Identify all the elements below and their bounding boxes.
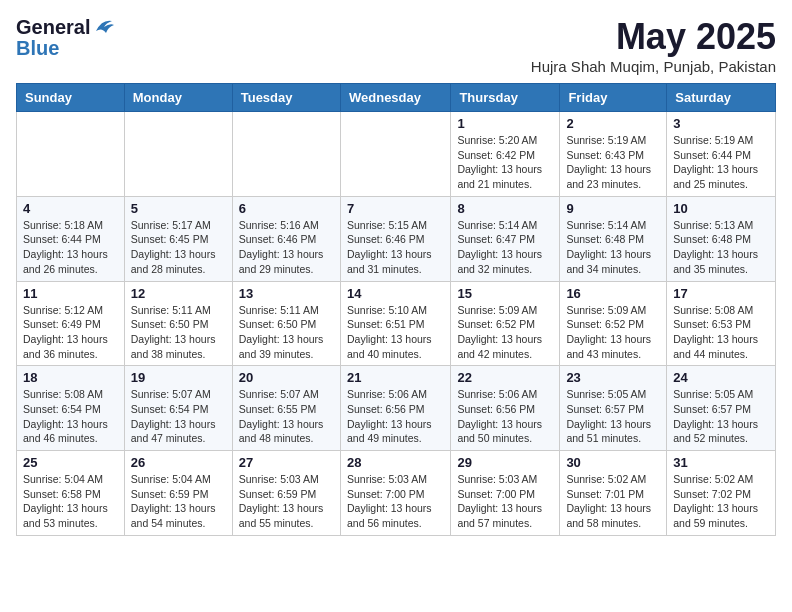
calendar-week-row: 11Sunrise: 5:12 AM Sunset: 6:49 PM Dayli… xyxy=(17,281,776,366)
cell-date-number: 18 xyxy=(23,370,118,385)
cell-date-number: 22 xyxy=(457,370,553,385)
calendar-cell: 14Sunrise: 5:10 AM Sunset: 6:51 PM Dayli… xyxy=(340,281,450,366)
cell-daylight-info: Sunrise: 5:15 AM Sunset: 6:46 PM Dayligh… xyxy=(347,218,444,277)
calendar-cell: 16Sunrise: 5:09 AM Sunset: 6:52 PM Dayli… xyxy=(560,281,667,366)
cell-date-number: 5 xyxy=(131,201,226,216)
cell-daylight-info: Sunrise: 5:16 AM Sunset: 6:46 PM Dayligh… xyxy=(239,218,334,277)
cell-date-number: 28 xyxy=(347,455,444,470)
calendar-cell: 18Sunrise: 5:08 AM Sunset: 6:54 PM Dayli… xyxy=(17,366,125,451)
weekday-header: Tuesday xyxy=(232,84,340,112)
cell-daylight-info: Sunrise: 5:07 AM Sunset: 6:55 PM Dayligh… xyxy=(239,387,334,446)
cell-date-number: 8 xyxy=(457,201,553,216)
cell-daylight-info: Sunrise: 5:05 AM Sunset: 6:57 PM Dayligh… xyxy=(673,387,769,446)
cell-daylight-info: Sunrise: 5:04 AM Sunset: 6:58 PM Dayligh… xyxy=(23,472,118,531)
cell-daylight-info: Sunrise: 5:11 AM Sunset: 6:50 PM Dayligh… xyxy=(239,303,334,362)
cell-date-number: 14 xyxy=(347,286,444,301)
cell-daylight-info: Sunrise: 5:12 AM Sunset: 6:49 PM Dayligh… xyxy=(23,303,118,362)
cell-date-number: 12 xyxy=(131,286,226,301)
calendar-cell: 20Sunrise: 5:07 AM Sunset: 6:55 PM Dayli… xyxy=(232,366,340,451)
cell-date-number: 16 xyxy=(566,286,660,301)
calendar-table: SundayMondayTuesdayWednesdayThursdayFrid… xyxy=(16,83,776,536)
cell-date-number: 27 xyxy=(239,455,334,470)
weekday-header: Friday xyxy=(560,84,667,112)
cell-daylight-info: Sunrise: 5:04 AM Sunset: 6:59 PM Dayligh… xyxy=(131,472,226,531)
cell-daylight-info: Sunrise: 5:05 AM Sunset: 6:57 PM Dayligh… xyxy=(566,387,660,446)
calendar-cell: 15Sunrise: 5:09 AM Sunset: 6:52 PM Dayli… xyxy=(451,281,560,366)
cell-date-number: 7 xyxy=(347,201,444,216)
logo-bird-icon xyxy=(92,17,114,35)
cell-date-number: 25 xyxy=(23,455,118,470)
cell-date-number: 26 xyxy=(131,455,226,470)
cell-date-number: 29 xyxy=(457,455,553,470)
page-header: General Blue May 2025 Hujra Shah Muqim, … xyxy=(16,16,776,75)
cell-daylight-info: Sunrise: 5:10 AM Sunset: 6:51 PM Dayligh… xyxy=(347,303,444,362)
calendar-cell: 25Sunrise: 5:04 AM Sunset: 6:58 PM Dayli… xyxy=(17,451,125,536)
calendar-header-row: SundayMondayTuesdayWednesdayThursdayFrid… xyxy=(17,84,776,112)
calendar-cell xyxy=(124,112,232,197)
calendar-cell: 29Sunrise: 5:03 AM Sunset: 7:00 PM Dayli… xyxy=(451,451,560,536)
cell-daylight-info: Sunrise: 5:18 AM Sunset: 6:44 PM Dayligh… xyxy=(23,218,118,277)
cell-daylight-info: Sunrise: 5:19 AM Sunset: 6:44 PM Dayligh… xyxy=(673,133,769,192)
cell-date-number: 24 xyxy=(673,370,769,385)
calendar-cell: 2Sunrise: 5:19 AM Sunset: 6:43 PM Daylig… xyxy=(560,112,667,197)
calendar-week-row: 25Sunrise: 5:04 AM Sunset: 6:58 PM Dayli… xyxy=(17,451,776,536)
cell-daylight-info: Sunrise: 5:08 AM Sunset: 6:53 PM Dayligh… xyxy=(673,303,769,362)
calendar-cell: 23Sunrise: 5:05 AM Sunset: 6:57 PM Dayli… xyxy=(560,366,667,451)
cell-date-number: 19 xyxy=(131,370,226,385)
cell-date-number: 6 xyxy=(239,201,334,216)
logo: General Blue xyxy=(16,16,114,60)
calendar-cell: 24Sunrise: 5:05 AM Sunset: 6:57 PM Dayli… xyxy=(667,366,776,451)
calendar-cell: 28Sunrise: 5:03 AM Sunset: 7:00 PM Dayli… xyxy=(340,451,450,536)
cell-daylight-info: Sunrise: 5:19 AM Sunset: 6:43 PM Dayligh… xyxy=(566,133,660,192)
calendar-cell: 4Sunrise: 5:18 AM Sunset: 6:44 PM Daylig… xyxy=(17,196,125,281)
cell-date-number: 20 xyxy=(239,370,334,385)
cell-daylight-info: Sunrise: 5:17 AM Sunset: 6:45 PM Dayligh… xyxy=(131,218,226,277)
calendar-cell: 6Sunrise: 5:16 AM Sunset: 6:46 PM Daylig… xyxy=(232,196,340,281)
cell-date-number: 10 xyxy=(673,201,769,216)
calendar-cell: 3Sunrise: 5:19 AM Sunset: 6:44 PM Daylig… xyxy=(667,112,776,197)
location-subtitle: Hujra Shah Muqim, Punjab, Pakistan xyxy=(531,58,776,75)
calendar-cell: 21Sunrise: 5:06 AM Sunset: 6:56 PM Dayli… xyxy=(340,366,450,451)
calendar-week-row: 4Sunrise: 5:18 AM Sunset: 6:44 PM Daylig… xyxy=(17,196,776,281)
cell-daylight-info: Sunrise: 5:07 AM Sunset: 6:54 PM Dayligh… xyxy=(131,387,226,446)
cell-daylight-info: Sunrise: 5:13 AM Sunset: 6:48 PM Dayligh… xyxy=(673,218,769,277)
cell-daylight-info: Sunrise: 5:03 AM Sunset: 7:00 PM Dayligh… xyxy=(347,472,444,531)
calendar-cell xyxy=(340,112,450,197)
cell-date-number: 17 xyxy=(673,286,769,301)
calendar-cell: 7Sunrise: 5:15 AM Sunset: 6:46 PM Daylig… xyxy=(340,196,450,281)
cell-daylight-info: Sunrise: 5:02 AM Sunset: 7:02 PM Dayligh… xyxy=(673,472,769,531)
cell-date-number: 4 xyxy=(23,201,118,216)
cell-date-number: 9 xyxy=(566,201,660,216)
cell-daylight-info: Sunrise: 5:09 AM Sunset: 6:52 PM Dayligh… xyxy=(566,303,660,362)
calendar-cell: 22Sunrise: 5:06 AM Sunset: 6:56 PM Dayli… xyxy=(451,366,560,451)
weekday-header: Thursday xyxy=(451,84,560,112)
weekday-header: Wednesday xyxy=(340,84,450,112)
calendar-cell: 1Sunrise: 5:20 AM Sunset: 6:42 PM Daylig… xyxy=(451,112,560,197)
cell-date-number: 1 xyxy=(457,116,553,131)
calendar-cell xyxy=(17,112,125,197)
calendar-cell: 17Sunrise: 5:08 AM Sunset: 6:53 PM Dayli… xyxy=(667,281,776,366)
calendar-cell xyxy=(232,112,340,197)
calendar-week-row: 18Sunrise: 5:08 AM Sunset: 6:54 PM Dayli… xyxy=(17,366,776,451)
weekday-header: Monday xyxy=(124,84,232,112)
cell-date-number: 3 xyxy=(673,116,769,131)
calendar-cell: 9Sunrise: 5:14 AM Sunset: 6:48 PM Daylig… xyxy=(560,196,667,281)
cell-daylight-info: Sunrise: 5:03 AM Sunset: 6:59 PM Dayligh… xyxy=(239,472,334,531)
cell-date-number: 13 xyxy=(239,286,334,301)
weekday-header: Saturday xyxy=(667,84,776,112)
blue-text: Blue xyxy=(16,37,59,60)
weekday-header: Sunday xyxy=(17,84,125,112)
cell-daylight-info: Sunrise: 5:11 AM Sunset: 6:50 PM Dayligh… xyxy=(131,303,226,362)
calendar-cell: 27Sunrise: 5:03 AM Sunset: 6:59 PM Dayli… xyxy=(232,451,340,536)
title-block: May 2025 Hujra Shah Muqim, Punjab, Pakis… xyxy=(531,16,776,75)
calendar-cell: 13Sunrise: 5:11 AM Sunset: 6:50 PM Dayli… xyxy=(232,281,340,366)
calendar-cell: 5Sunrise: 5:17 AM Sunset: 6:45 PM Daylig… xyxy=(124,196,232,281)
cell-daylight-info: Sunrise: 5:14 AM Sunset: 6:47 PM Dayligh… xyxy=(457,218,553,277)
calendar-week-row: 1Sunrise: 5:20 AM Sunset: 6:42 PM Daylig… xyxy=(17,112,776,197)
cell-date-number: 30 xyxy=(566,455,660,470)
cell-daylight-info: Sunrise: 5:06 AM Sunset: 6:56 PM Dayligh… xyxy=(457,387,553,446)
calendar-cell: 26Sunrise: 5:04 AM Sunset: 6:59 PM Dayli… xyxy=(124,451,232,536)
cell-daylight-info: Sunrise: 5:09 AM Sunset: 6:52 PM Dayligh… xyxy=(457,303,553,362)
cell-daylight-info: Sunrise: 5:08 AM Sunset: 6:54 PM Dayligh… xyxy=(23,387,118,446)
calendar-cell: 10Sunrise: 5:13 AM Sunset: 6:48 PM Dayli… xyxy=(667,196,776,281)
